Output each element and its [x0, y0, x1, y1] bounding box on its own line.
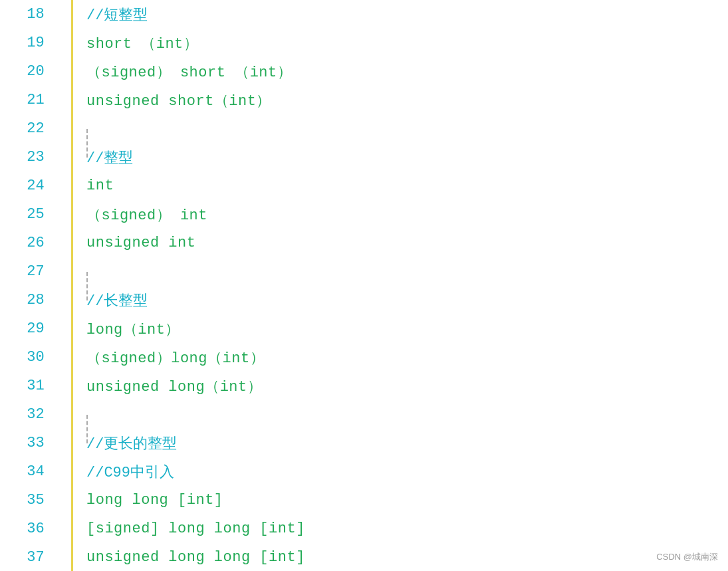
code-line: long long [int] [86, 486, 728, 514]
dotted-separator [86, 272, 88, 300]
code-line: unsigned short（int） [86, 86, 728, 114]
code-line: short （int） [86, 29, 728, 57]
comment-text: //短整型 [86, 5, 148, 25]
code-text: [signed] long long [int] [86, 520, 305, 537]
line-number: 29 [0, 314, 71, 343]
comment-text: //C99中引入 [86, 462, 174, 482]
code-line: [signed] long long [int] [86, 514, 728, 543]
code-line: unsigned int [86, 229, 728, 257]
code-line: //短整型 [86, 0, 728, 29]
line-number: 27 [0, 257, 71, 286]
line-number: 21 [0, 86, 71, 114]
code-line: long（int） [86, 314, 728, 343]
code-content: //短整型short （int）（signed） short （int）unsi… [73, 0, 728, 571]
code-line: （signed） int [86, 200, 728, 229]
code-text: short （int） [86, 33, 198, 53]
code-line: //整型 [86, 143, 728, 171]
line-number: 34 [0, 457, 71, 486]
comment-text: //长整型 [86, 290, 148, 310]
dotted-separator [86, 415, 88, 443]
comment-text: //更长的整型 [86, 433, 177, 453]
code-line: //更长的整型 [86, 429, 728, 457]
line-number: 36 [0, 514, 71, 543]
line-number: 37 [0, 543, 71, 571]
line-numbers: 1819202122232425262728293031323334353637 [0, 0, 73, 571]
code-text: long（int） [86, 319, 180, 339]
line-number: 19 [0, 29, 71, 57]
line-number: 26 [0, 229, 71, 257]
code-text: （signed） short （int） [86, 62, 292, 82]
code-text: long long [int] [86, 492, 223, 509]
line-number: 24 [0, 171, 71, 200]
line-number: 18 [0, 0, 71, 29]
line-number: 20 [0, 57, 71, 86]
line-number: 33 [0, 429, 71, 457]
code-text: （signed）long（int） [86, 348, 265, 368]
line-number: 31 [0, 372, 71, 400]
code-container: 1819202122232425262728293031323334353637… [0, 0, 728, 571]
code-text: unsigned long long [int] [86, 549, 305, 566]
watermark: CSDN @城南深 [656, 551, 718, 563]
code-text: unsigned short（int） [86, 90, 271, 110]
code-text: （signed） int [86, 205, 207, 225]
line-number: 35 [0, 486, 71, 514]
line-number: 28 [0, 286, 71, 314]
code-line: （signed） short （int） [86, 57, 728, 86]
code-line: （signed）long（int） [86, 343, 728, 372]
line-number: 23 [0, 143, 71, 171]
code-line: //长整型 [86, 286, 728, 314]
code-line [86, 400, 728, 429]
comment-text: //整型 [86, 148, 133, 168]
line-number: 22 [0, 114, 71, 143]
code-line: //C99中引入 [86, 457, 728, 486]
code-line [86, 114, 728, 143]
code-line: unsigned long long [int] [86, 543, 728, 571]
code-text: unsigned int [86, 235, 195, 251]
line-number: 32 [0, 400, 71, 429]
dotted-separator [86, 129, 88, 158]
code-line [86, 257, 728, 286]
code-line: int [86, 171, 728, 200]
code-text: unsigned long（int） [86, 376, 262, 396]
code-text: int [86, 177, 114, 194]
code-line: unsigned long（int） [86, 372, 728, 400]
line-number: 30 [0, 343, 71, 372]
line-number: 25 [0, 200, 71, 229]
